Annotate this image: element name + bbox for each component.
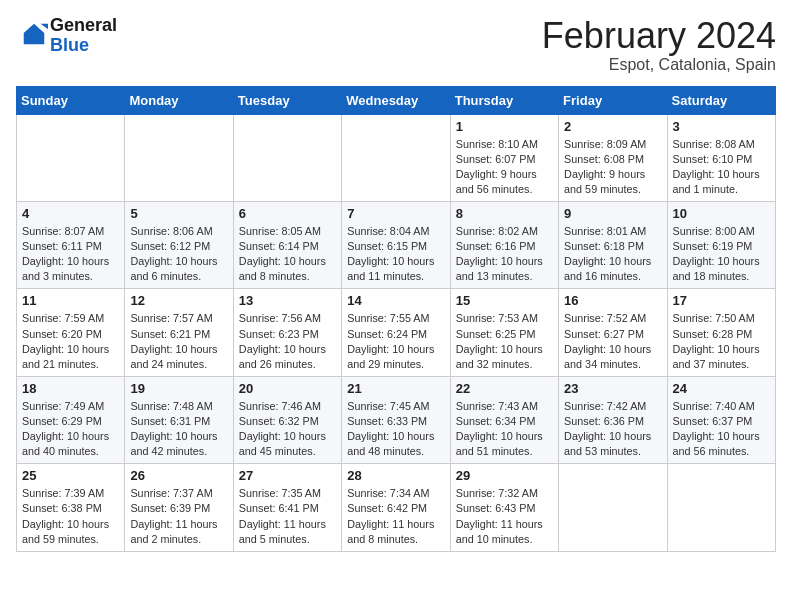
calendar-cell: 24Sunrise: 7:40 AM Sunset: 6:37 PM Dayli…	[667, 376, 775, 463]
calendar-week-3: 18Sunrise: 7:49 AM Sunset: 6:29 PM Dayli…	[17, 376, 776, 463]
day-info: Sunrise: 7:48 AM Sunset: 6:31 PM Dayligh…	[130, 399, 227, 459]
calendar-cell: 8Sunrise: 8:02 AM Sunset: 6:16 PM Daylig…	[450, 202, 558, 289]
calendar-cell	[559, 464, 667, 551]
col-header-monday: Monday	[125, 86, 233, 114]
day-info: Sunrise: 7:55 AM Sunset: 6:24 PM Dayligh…	[347, 311, 444, 371]
day-number: 28	[347, 468, 444, 483]
day-number: 29	[456, 468, 553, 483]
calendar-cell: 22Sunrise: 7:43 AM Sunset: 6:34 PM Dayli…	[450, 376, 558, 463]
calendar-week-2: 11Sunrise: 7:59 AM Sunset: 6:20 PM Dayli…	[17, 289, 776, 376]
day-number: 2	[564, 119, 661, 134]
calendar-header: SundayMondayTuesdayWednesdayThursdayFrid…	[17, 86, 776, 114]
page-header: General Blue February 2024 Espot, Catalo…	[16, 16, 776, 74]
calendar-cell: 27Sunrise: 7:35 AM Sunset: 6:41 PM Dayli…	[233, 464, 341, 551]
calendar-cell: 18Sunrise: 7:49 AM Sunset: 6:29 PM Dayli…	[17, 376, 125, 463]
day-info: Sunrise: 7:49 AM Sunset: 6:29 PM Dayligh…	[22, 399, 119, 459]
calendar-cell: 3Sunrise: 8:08 AM Sunset: 6:10 PM Daylig…	[667, 114, 775, 201]
day-info: Sunrise: 7:34 AM Sunset: 6:42 PM Dayligh…	[347, 486, 444, 546]
day-number: 3	[673, 119, 770, 134]
day-number: 15	[456, 293, 553, 308]
calendar-cell: 20Sunrise: 7:46 AM Sunset: 6:32 PM Dayli…	[233, 376, 341, 463]
day-info: Sunrise: 8:08 AM Sunset: 6:10 PM Dayligh…	[673, 137, 770, 197]
calendar-cell	[233, 114, 341, 201]
day-info: Sunrise: 7:59 AM Sunset: 6:20 PM Dayligh…	[22, 311, 119, 371]
day-number: 22	[456, 381, 553, 396]
day-info: Sunrise: 8:10 AM Sunset: 6:07 PM Dayligh…	[456, 137, 553, 197]
day-info: Sunrise: 8:04 AM Sunset: 6:15 PM Dayligh…	[347, 224, 444, 284]
day-number: 9	[564, 206, 661, 221]
calendar-cell: 15Sunrise: 7:53 AM Sunset: 6:25 PM Dayli…	[450, 289, 558, 376]
svg-marker-0	[24, 24, 45, 45]
day-info: Sunrise: 8:01 AM Sunset: 6:18 PM Dayligh…	[564, 224, 661, 284]
logo-line1: General	[50, 15, 117, 35]
svg-marker-1	[41, 24, 48, 30]
calendar-week-0: 1Sunrise: 8:10 AM Sunset: 6:07 PM Daylig…	[17, 114, 776, 201]
day-info: Sunrise: 7:39 AM Sunset: 6:38 PM Dayligh…	[22, 486, 119, 546]
day-number: 16	[564, 293, 661, 308]
page-subtitle: Espot, Catalonia, Spain	[542, 56, 776, 74]
calendar-cell: 2Sunrise: 8:09 AM Sunset: 6:08 PM Daylig…	[559, 114, 667, 201]
calendar-cell: 19Sunrise: 7:48 AM Sunset: 6:31 PM Dayli…	[125, 376, 233, 463]
day-number: 11	[22, 293, 119, 308]
page-title: February 2024	[542, 16, 776, 56]
day-number: 21	[347, 381, 444, 396]
day-number: 5	[130, 206, 227, 221]
calendar-cell	[667, 464, 775, 551]
calendar-cell: 16Sunrise: 7:52 AM Sunset: 6:27 PM Dayli…	[559, 289, 667, 376]
calendar-cell	[342, 114, 450, 201]
day-number: 14	[347, 293, 444, 308]
calendar-cell: 6Sunrise: 8:05 AM Sunset: 6:14 PM Daylig…	[233, 202, 341, 289]
title-block: February 2024 Espot, Catalonia, Spain	[542, 16, 776, 74]
day-number: 27	[239, 468, 336, 483]
calendar-cell	[125, 114, 233, 201]
day-number: 26	[130, 468, 227, 483]
day-number: 17	[673, 293, 770, 308]
day-info: Sunrise: 8:02 AM Sunset: 6:16 PM Dayligh…	[456, 224, 553, 284]
day-number: 8	[456, 206, 553, 221]
day-number: 18	[22, 381, 119, 396]
calendar-week-1: 4Sunrise: 8:07 AM Sunset: 6:11 PM Daylig…	[17, 202, 776, 289]
col-header-sunday: Sunday	[17, 86, 125, 114]
calendar-cell: 29Sunrise: 7:32 AM Sunset: 6:43 PM Dayli…	[450, 464, 558, 551]
day-number: 7	[347, 206, 444, 221]
day-info: Sunrise: 7:46 AM Sunset: 6:32 PM Dayligh…	[239, 399, 336, 459]
day-number: 25	[22, 468, 119, 483]
day-info: Sunrise: 7:53 AM Sunset: 6:25 PM Dayligh…	[456, 311, 553, 371]
calendar-cell: 21Sunrise: 7:45 AM Sunset: 6:33 PM Dayli…	[342, 376, 450, 463]
calendar-week-4: 25Sunrise: 7:39 AM Sunset: 6:38 PM Dayli…	[17, 464, 776, 551]
col-header-friday: Friday	[559, 86, 667, 114]
day-info: Sunrise: 7:37 AM Sunset: 6:39 PM Dayligh…	[130, 486, 227, 546]
col-header-thursday: Thursday	[450, 86, 558, 114]
calendar-cell: 28Sunrise: 7:34 AM Sunset: 6:42 PM Dayli…	[342, 464, 450, 551]
day-info: Sunrise: 7:42 AM Sunset: 6:36 PM Dayligh…	[564, 399, 661, 459]
day-info: Sunrise: 7:32 AM Sunset: 6:43 PM Dayligh…	[456, 486, 553, 546]
day-info: Sunrise: 7:43 AM Sunset: 6:34 PM Dayligh…	[456, 399, 553, 459]
day-number: 13	[239, 293, 336, 308]
day-number: 4	[22, 206, 119, 221]
day-info: Sunrise: 8:05 AM Sunset: 6:14 PM Dayligh…	[239, 224, 336, 284]
day-number: 12	[130, 293, 227, 308]
day-info: Sunrise: 8:06 AM Sunset: 6:12 PM Dayligh…	[130, 224, 227, 284]
day-number: 10	[673, 206, 770, 221]
calendar-cell: 1Sunrise: 8:10 AM Sunset: 6:07 PM Daylig…	[450, 114, 558, 201]
day-info: Sunrise: 8:09 AM Sunset: 6:08 PM Dayligh…	[564, 137, 661, 197]
calendar-cell: 5Sunrise: 8:06 AM Sunset: 6:12 PM Daylig…	[125, 202, 233, 289]
day-info: Sunrise: 7:50 AM Sunset: 6:28 PM Dayligh…	[673, 311, 770, 371]
calendar-cell: 17Sunrise: 7:50 AM Sunset: 6:28 PM Dayli…	[667, 289, 775, 376]
col-header-saturday: Saturday	[667, 86, 775, 114]
day-info: Sunrise: 7:57 AM Sunset: 6:21 PM Dayligh…	[130, 311, 227, 371]
logo-line2: Blue	[50, 35, 89, 55]
calendar-cell: 25Sunrise: 7:39 AM Sunset: 6:38 PM Dayli…	[17, 464, 125, 551]
calendar-cell: 14Sunrise: 7:55 AM Sunset: 6:24 PM Dayli…	[342, 289, 450, 376]
calendar-cell: 26Sunrise: 7:37 AM Sunset: 6:39 PM Dayli…	[125, 464, 233, 551]
day-number: 6	[239, 206, 336, 221]
calendar-cell: 12Sunrise: 7:57 AM Sunset: 6:21 PM Dayli…	[125, 289, 233, 376]
calendar-cell: 7Sunrise: 8:04 AM Sunset: 6:15 PM Daylig…	[342, 202, 450, 289]
day-info: Sunrise: 7:35 AM Sunset: 6:41 PM Dayligh…	[239, 486, 336, 546]
day-info: Sunrise: 7:56 AM Sunset: 6:23 PM Dayligh…	[239, 311, 336, 371]
day-info: Sunrise: 7:45 AM Sunset: 6:33 PM Dayligh…	[347, 399, 444, 459]
day-info: Sunrise: 8:00 AM Sunset: 6:19 PM Dayligh…	[673, 224, 770, 284]
col-header-wednesday: Wednesday	[342, 86, 450, 114]
calendar-table: SundayMondayTuesdayWednesdayThursdayFrid…	[16, 86, 776, 552]
calendar-cell	[17, 114, 125, 201]
